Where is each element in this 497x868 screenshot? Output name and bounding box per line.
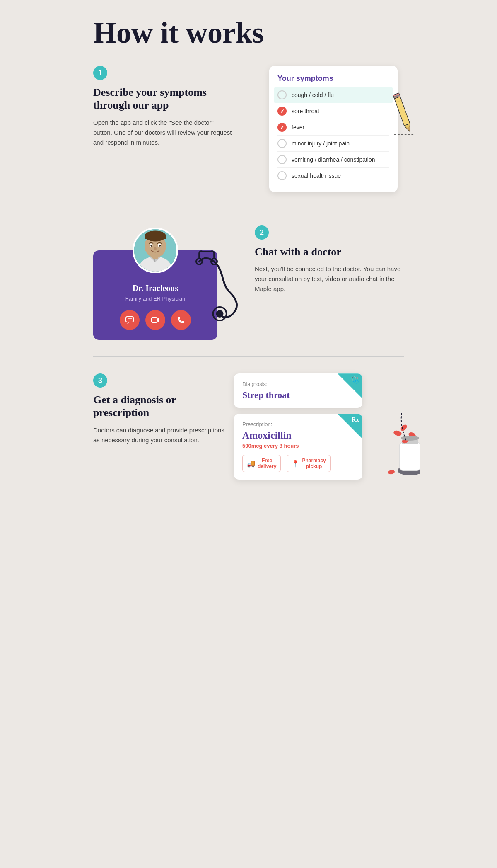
svg-point-37	[401, 436, 419, 441]
symptom-item-vomiting[interactable]: vomiting / diarrhea / constipation	[277, 152, 389, 168]
phone-button[interactable]	[171, 310, 191, 330]
svg-point-18	[159, 245, 161, 247]
svg-rect-31	[400, 442, 420, 470]
svg-rect-24	[152, 318, 157, 322]
chat-icon	[125, 315, 134, 325]
stethoscope-decoration-icon	[193, 250, 251, 325]
symptom-radio-vomiting[interactable]	[277, 155, 287, 164]
pharmacy-pickup-button[interactable]: 📍 Pharmacypickup	[287, 455, 330, 472]
symptom-label-sexual: sexual health issue	[292, 172, 341, 179]
page-title: How it works	[93, 17, 404, 49]
symptom-label-cough: cough / cold / flu	[292, 92, 334, 98]
step3-right: 🩺 Diagnosis: Strep throat Rx Prescriptio…	[234, 373, 404, 480]
doctor-avatar-inner	[134, 229, 176, 272]
pencil-decoration-icon	[391, 91, 416, 141]
cards-stack: 🩺 Diagnosis: Strep throat Rx Prescriptio…	[234, 373, 362, 480]
prescription-card: Rx Prescription: Amoxicillin 500mcg ever…	[234, 414, 362, 480]
video-icon	[151, 315, 160, 325]
step3-section: 3 Get a diagnosis or prescription Doctor…	[93, 373, 404, 480]
symptom-item-sorethroat[interactable]: sore throat	[277, 103, 389, 119]
step1-section: 1 Describe your symptoms through our app…	[93, 66, 404, 192]
step2-heading: Chat with a doctor	[255, 245, 404, 258]
diagnosis-card-label: Diagnosis:	[242, 381, 354, 387]
svg-point-29	[216, 310, 224, 318]
symptom-label-sorethroat: sore throat	[292, 108, 319, 114]
phone-icon	[176, 315, 186, 325]
diagnosis-text: Strep throat	[242, 390, 354, 400]
doctor-face-svg	[134, 229, 176, 272]
svg-point-17	[150, 245, 152, 247]
symptom-label-fever: fever	[292, 124, 304, 131]
step2-description: Next, you'll be connected to the doctor.…	[255, 264, 404, 294]
prescription-name: Amoxicillin	[242, 430, 354, 441]
symptom-item-injury[interactable]: minor injury / joint pain	[277, 136, 389, 152]
symptom-radio-sexual[interactable]	[277, 171, 287, 180]
svg-rect-20	[126, 317, 133, 322]
step2-section: Dr. Iracleous Family and ER Physician	[93, 225, 404, 340]
step1-number: 1	[93, 66, 107, 80]
step2-number: 2	[255, 225, 269, 240]
divider-1	[93, 209, 404, 209]
step3-number: 3	[93, 373, 107, 388]
step1-right: Your symptoms cough / cold / flu sore th…	[263, 66, 404, 192]
step1-description: Open the app and click the "See the doct…	[93, 118, 234, 148]
step3-left: 3 Get a diagnosis or prescription Doctor…	[93, 373, 226, 445]
chat-button[interactable]	[120, 310, 140, 330]
delivery-icon: 🚚	[247, 460, 255, 468]
step3-heading: Get a diagnosis or prescription	[93, 393, 226, 419]
diagnosis-card: 🩺 Diagnosis: Strep throat	[234, 373, 362, 408]
symptoms-card: Your symptoms cough / cold / flu sore th…	[269, 66, 398, 192]
step3-description: Doctors can diagnose and provide prescri…	[93, 425, 226, 445]
symptom-item-fever[interactable]: fever	[277, 119, 389, 136]
prescription-options: 🚚 Freedelivery 📍 Pharmacypickup	[242, 455, 354, 472]
rx-icon: Rx	[352, 416, 359, 423]
symptom-radio-injury[interactable]	[277, 139, 287, 148]
symptom-item-cough[interactable]: cough / cold / flu	[274, 87, 393, 103]
pickup-icon: 📍	[291, 460, 299, 468]
stethoscope-corner-icon: 🩺	[351, 376, 359, 384]
pills-decoration-icon	[379, 397, 420, 480]
step2-left: Dr. Iracleous Family and ER Physician	[93, 225, 226, 340]
svg-point-19	[154, 247, 157, 250]
symptoms-wrapper: Your symptoms cough / cold / flu sore th…	[269, 66, 398, 192]
step1-heading: Describe your symptoms through our app	[93, 86, 234, 112]
svg-rect-14	[145, 236, 166, 239]
step2-right: 2 Chat with a doctor Next, you'll be con…	[255, 225, 404, 294]
step1-left: 1 Describe your symptoms through our app…	[93, 66, 234, 147]
video-button[interactable]	[145, 310, 165, 330]
symptom-radio-fever[interactable]	[277, 123, 287, 132]
symptom-radio-cough[interactable]	[277, 90, 287, 99]
divider-2	[93, 356, 404, 357]
symptoms-card-title: Your symptoms	[277, 74, 389, 83]
delivery-label: Freedelivery	[258, 458, 276, 469]
svg-point-34	[393, 430, 402, 437]
prescription-card-label: Prescription:	[242, 421, 354, 427]
prescription-dosage: 500mcg every 8 hours	[242, 443, 354, 449]
svg-point-38	[388, 470, 395, 475]
free-delivery-button[interactable]: 🚚 Freedelivery	[242, 455, 281, 472]
doctor-avatar	[133, 228, 178, 273]
symptom-radio-sorethroat[interactable]	[277, 107, 287, 116]
pickup-label: Pharmacypickup	[302, 458, 326, 469]
svg-point-35	[400, 424, 408, 432]
svg-rect-0	[394, 95, 410, 126]
symptom-label-injury: minor injury / joint pain	[292, 140, 350, 147]
symptom-item-sexual[interactable]: sexual health issue	[277, 168, 389, 184]
symptom-label-vomiting: vomiting / diarrhea / constipation	[292, 156, 375, 163]
